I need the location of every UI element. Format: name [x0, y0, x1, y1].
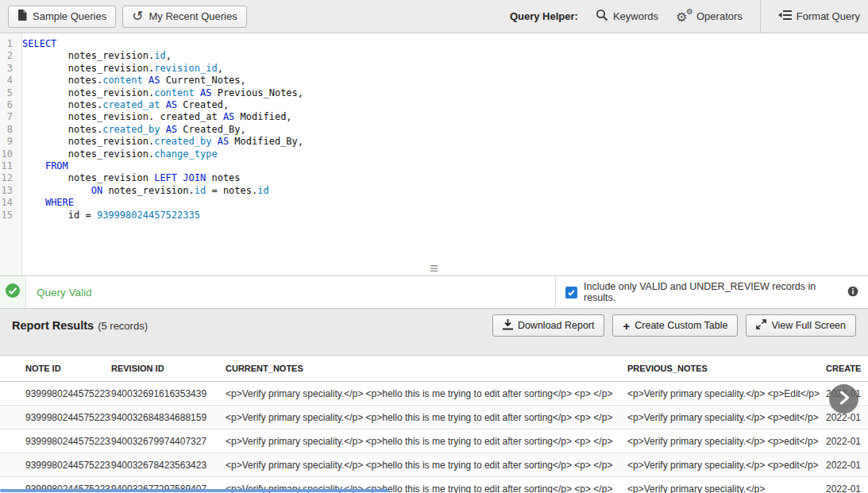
code-line: 4 notes.content AS Current_Notes,	[0, 75, 868, 87]
code-line: 12 notes_revision LEFT JOIN notes	[0, 172, 868, 184]
code-line: 13 ON notes_revision.id = notes.id	[0, 185, 868, 197]
code-text: notes_revision.revision_id,	[17, 63, 223, 75]
history-icon: ↺	[132, 10, 143, 23]
column-header[interactable]: PREVIOUS_NOTES	[627, 356, 826, 382]
table-cell: <p>Verify primary speciality.</p> <p>hel…	[226, 406, 627, 429]
query-helper-label: Query Helper:	[510, 10, 578, 22]
page: { "toolbar": { "sample_queries_label": "…	[0, 0, 868, 493]
scroll-right-button[interactable]	[829, 384, 858, 414]
code-line: 2 notes_revision.id,	[0, 50, 868, 62]
results-table: NOTE IDREVISION IDCURRENT_NOTESPREVIOUS_…	[0, 355, 868, 493]
table-cell: 939998024457522335	[0, 453, 111, 477]
table-cell: 939998024457522335	[0, 382, 111, 406]
code-line: 14 WHERE	[0, 197, 868, 209]
view-full-screen-button[interactable]: View Full Screen	[746, 314, 856, 337]
recent-queries-button[interactable]: ↺ My Recent Queries	[122, 6, 247, 28]
keywords-button[interactable]: Keywords	[596, 9, 658, 24]
code-text: notes.created_at AS Created,	[17, 99, 229, 111]
gears-icon: ⚙ ⚙	[676, 10, 692, 24]
query-valid-status: Query Valid	[26, 276, 555, 308]
recent-queries-label: My Recent Queries	[149, 10, 237, 22]
code-line: 15 id = 939998024457522335	[0, 210, 868, 221]
download-icon	[503, 319, 513, 333]
results-actions: Download Report + Create Custom Table Vi…	[492, 314, 856, 337]
code-text: notes_revision. created_at AS Modified,	[17, 111, 292, 123]
table-cell: <p>Verify primary speciality.</p> <p>edi…	[627, 406, 826, 429]
sample-queries-label: Sample Queries	[33, 10, 106, 22]
query-status-bar: Query Valid Include only VALID and UNDER…	[0, 276, 868, 309]
code-line: 3 notes_revision.revision_id,	[0, 63, 868, 75]
results-header-bar: Report Results (5 records) Download Repo…	[0, 309, 868, 342]
query-toolbar: Sample Queries ↺ My Recent Queries Query…	[0, 0, 868, 33]
column-header[interactable]: REVISION ID	[111, 356, 226, 382]
code-line: 9 notes_revision.created_by AS Modified_…	[0, 136, 868, 148]
table-cell: <p>Verify primary speciality.</p> <p>hel…	[226, 453, 627, 477]
table-cell: 939998024457522335	[0, 429, 111, 453]
keywords-label: Keywords	[613, 10, 658, 22]
table-cell: <p>Verify primary speciality.</p> <p>Edi…	[627, 382, 826, 406]
operators-label: Operators	[696, 10, 743, 22]
editor-resize-handle[interactable]: ≡	[430, 261, 438, 275]
column-header[interactable]: CREATE	[826, 356, 868, 382]
search-icon	[596, 9, 608, 24]
record-filter-section: Include only VALID and UNDER_REVIEW reco…	[555, 276, 868, 308]
create-custom-table-label: Create Custom Table	[635, 320, 727, 331]
horizontal-scrollbar-thumb[interactable]	[0, 489, 389, 492]
code-text: notes_revision LEFT JOIN notes	[17, 172, 241, 184]
expand-icon	[756, 319, 766, 332]
create-custom-table-button[interactable]: + Create Custom Table	[612, 314, 738, 337]
line-number: 2	[0, 50, 17, 62]
table-cell: 940032691616353439	[111, 382, 226, 406]
table-cell: 939998024457522335	[0, 406, 111, 429]
table-row: 939998024457522335940032678423563423<p>V…	[0, 453, 868, 477]
download-report-button[interactable]: Download Report	[492, 314, 605, 337]
format-query-label: Format Query	[797, 10, 860, 22]
operators-button[interactable]: ⚙ ⚙ Operators	[676, 10, 743, 24]
line-number: 12	[0, 172, 17, 184]
table-cell: 940032679974407327	[111, 429, 226, 453]
column-header[interactable]: CURRENT_NOTES	[226, 356, 627, 382]
code-text: SELECT	[17, 38, 56, 50]
toolbar-divider	[760, 0, 761, 33]
sql-editor[interactable]: 1SELECT2 notes_revision.id,3 notes_revis…	[0, 33, 868, 276]
code-text: notes.created_by AS Created_By,	[17, 124, 246, 136]
line-number: 4	[0, 75, 17, 87]
results-table-head-row: NOTE IDREVISION IDCURRENT_NOTESPREVIOUS_…	[0, 356, 868, 382]
info-icon[interactable]	[847, 286, 858, 299]
line-number: 13	[0, 185, 17, 197]
download-report-label: Download Report	[518, 320, 595, 331]
chevron-right-icon	[838, 390, 851, 409]
plus-icon: +	[623, 320, 630, 332]
table-row: 939998024457522335940032691616353439<p>V…	[0, 382, 868, 406]
line-number: 10	[0, 148, 17, 160]
table-cell: <p>Verify primary speciality.</p> <p>edi…	[627, 453, 826, 477]
code-lines: 1SELECT2 notes_revision.id,3 notes_revis…	[0, 38, 868, 221]
table-cell: 2022-01	[826, 453, 868, 477]
column-header[interactable]: NOTE ID	[0, 356, 111, 382]
table-cell: <p>Verify primary speciality.</p> <p>hel…	[226, 429, 627, 453]
format-query-button[interactable]: Format Query	[778, 10, 860, 23]
code-line: 7 notes_revision. created_at AS Modified…	[0, 111, 868, 123]
line-number: 15	[0, 210, 17, 221]
code-line: 1SELECT	[0, 38, 868, 50]
sample-queries-button[interactable]: Sample Queries	[8, 6, 116, 28]
valid-filter-checkbox[interactable]	[565, 287, 577, 298]
line-number: 8	[0, 124, 17, 136]
line-number: 1	[0, 38, 17, 50]
line-number: 3	[0, 63, 17, 75]
code-text: notes_revision.id,	[17, 50, 172, 62]
table-cell: 2022-01	[826, 429, 868, 453]
table-cell: 940032678423563423	[111, 453, 226, 477]
query-helper-group: Query Helper: Keywords ⚙ ⚙ Operators For…	[510, 0, 860, 33]
line-number: 5	[0, 87, 17, 99]
horizontal-scrollbar	[0, 489, 868, 493]
table-cell: <p>Verify primary speciality.</p> <p>hel…	[226, 382, 627, 406]
code-text: notes_revision.content AS Previous_Notes…	[17, 87, 303, 99]
line-number: 11	[0, 160, 17, 172]
code-line: 10 notes_revision.change_type	[0, 148, 868, 160]
code-text: notes.content AS Current_Notes,	[17, 75, 246, 87]
code-text: id = 939998024457522335	[17, 210, 200, 221]
code-text: notes_revision.change_type	[17, 148, 218, 160]
format-icon	[778, 10, 792, 23]
view-full-screen-label: View Full Screen	[771, 320, 846, 331]
